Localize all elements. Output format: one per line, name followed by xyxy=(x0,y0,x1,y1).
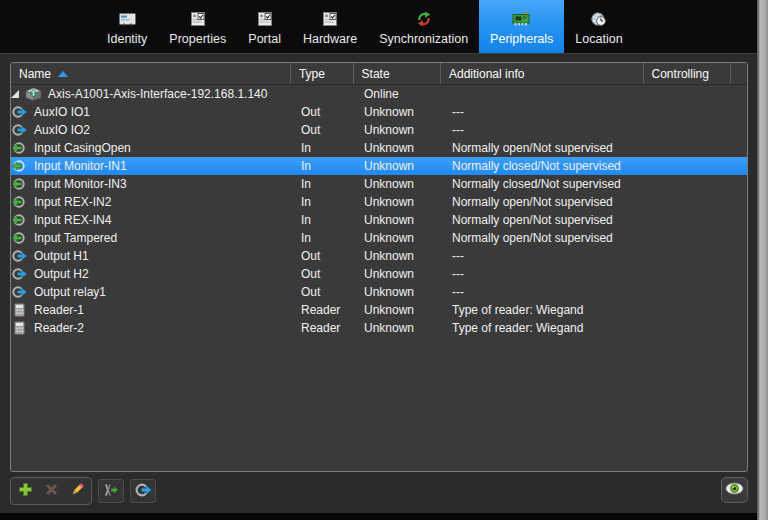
row-state: Unknown xyxy=(356,175,444,193)
synchronization-icon xyxy=(416,8,432,30)
table-row[interactable]: Input Tampered In Unknown Normally open/… xyxy=(11,229,747,247)
table-row[interactable]: Reader-2 Reader Unknown Type of reader: … xyxy=(11,319,747,337)
eye-icon xyxy=(725,482,744,498)
table-row[interactable]: Input REX-IN2 In Unknown Normally open/N… xyxy=(11,193,747,211)
row-info: Normally open/Not supervised xyxy=(444,139,648,157)
row-state: Unknown xyxy=(356,247,444,265)
row-name: Reader-1 xyxy=(34,301,84,319)
table-row-selected[interactable]: Input Monitor-IN1 In Unknown Normally cl… xyxy=(11,157,747,175)
tab-label: Synchronization xyxy=(379,32,468,46)
row-info: Type of reader: Wiegand xyxy=(444,301,648,319)
window-bottom-edge xyxy=(0,513,757,520)
view-button[interactable] xyxy=(721,477,748,503)
row-state: Unknown xyxy=(356,229,444,247)
row-info: --- xyxy=(444,103,648,121)
column-header-name[interactable]: Name xyxy=(11,63,291,84)
delete-x-icon xyxy=(44,482,59,500)
properties-icon xyxy=(191,8,205,30)
add-button[interactable] xyxy=(12,479,38,503)
column-label: Additional info xyxy=(449,67,524,81)
row-name: Output H1 xyxy=(34,247,89,265)
table-body: Axis-A1001-Axis-Interface-192.168.1.140 … xyxy=(11,85,747,337)
input-icon xyxy=(11,231,28,245)
associate-button[interactable] xyxy=(98,479,124,503)
row-name: Axis-A1001-Axis-Interface-192.168.1.140 xyxy=(48,85,267,103)
table-row[interactable]: Input REX-IN4 In Unknown Normally open/N… xyxy=(11,211,747,229)
table-row[interactable]: AuxIO IO2 Out Unknown --- xyxy=(11,121,747,139)
sort-ascending-icon xyxy=(58,71,68,77)
row-name: Input REX-IN4 xyxy=(34,211,111,229)
row-state: Unknown xyxy=(356,121,444,139)
table-row[interactable]: Output relay1 Out Unknown --- xyxy=(11,283,747,301)
tab-label: Portal xyxy=(248,32,281,46)
row-type: In xyxy=(293,175,356,193)
row-info: Normally open/Not supervised xyxy=(444,193,648,211)
row-info: Normally open/Not supervised xyxy=(444,211,648,229)
column-header-controlling[interactable]: Controlling xyxy=(644,63,731,84)
right-edge-bar xyxy=(757,0,768,520)
identity-icon xyxy=(119,8,136,30)
table-row[interactable]: Input CasingOpen In Unknown Normally ope… xyxy=(11,139,747,157)
table-row[interactable]: Reader-1 Reader Unknown Type of reader: … xyxy=(11,301,747,319)
location-icon xyxy=(591,8,607,30)
row-type: Out xyxy=(293,103,356,121)
row-state: Online xyxy=(356,85,444,103)
row-info: Normally open/Not supervised xyxy=(444,229,648,247)
output-icon xyxy=(11,285,28,299)
row-type: In xyxy=(293,157,356,175)
row-name: Output H2 xyxy=(34,265,89,283)
row-name: Input Tampered xyxy=(34,229,117,247)
input-icon xyxy=(11,141,28,155)
peripherals-icon xyxy=(512,8,531,30)
row-name: Input CasingOpen xyxy=(34,139,131,157)
edit-button-group xyxy=(10,477,92,505)
row-type: Out xyxy=(293,265,356,283)
row-state: Unknown xyxy=(356,301,444,319)
edit-button[interactable] xyxy=(64,479,90,503)
column-header-state[interactable]: State xyxy=(354,63,441,84)
input-icon xyxy=(11,195,28,209)
column-header-type[interactable]: Type xyxy=(291,63,354,84)
tab-label: Identity xyxy=(107,32,147,46)
tab-properties[interactable]: Properties xyxy=(158,0,237,53)
row-type: Reader xyxy=(293,301,356,319)
row-name: AuxIO IO2 xyxy=(34,121,90,139)
tab-bar: Identity Properties Portal Hardware Sync… xyxy=(0,0,757,54)
input-icon xyxy=(11,177,28,191)
tab-location[interactable]: Location xyxy=(564,0,633,53)
row-info: Normally closed/Not supervised xyxy=(444,157,648,175)
row-name: Input REX-IN2 xyxy=(34,193,111,211)
hardware-icon xyxy=(323,8,337,30)
row-name: Output relay1 xyxy=(34,283,106,301)
row-type: In xyxy=(293,139,356,157)
column-header-additional-info[interactable]: Additional info xyxy=(441,63,644,84)
tab-synchronization[interactable]: Synchronization xyxy=(368,0,479,53)
row-state: Unknown xyxy=(356,103,444,121)
tree-expander-icon[interactable] xyxy=(11,90,19,98)
table-row[interactable]: Input Monitor-IN3 In Unknown Normally cl… xyxy=(11,175,747,193)
row-type: Out xyxy=(293,283,356,301)
column-label: Type xyxy=(299,67,325,81)
delete-button[interactable] xyxy=(38,479,64,503)
table-row[interactable]: AuxIO IO1 Out Unknown --- xyxy=(11,103,747,121)
row-state: Unknown xyxy=(356,265,444,283)
table-row-device[interactable]: Axis-A1001-Axis-Interface-192.168.1.140 … xyxy=(11,85,747,103)
row-name: Reader-2 xyxy=(34,319,84,337)
row-state: Unknown xyxy=(356,139,444,157)
table-row[interactable]: Output H2 Out Unknown --- xyxy=(11,265,747,283)
table-row[interactable]: Output H1 Out Unknown --- xyxy=(11,247,747,265)
tab-label: Peripherals xyxy=(490,32,553,46)
plus-icon xyxy=(18,482,33,500)
tab-hardware[interactable]: Hardware xyxy=(292,0,368,53)
tab-peripherals[interactable]: Peripherals xyxy=(479,0,564,53)
portal-icon xyxy=(258,8,272,30)
row-type: In xyxy=(293,211,356,229)
io-state-button[interactable] xyxy=(130,479,156,503)
row-state: Unknown xyxy=(356,319,444,337)
tab-portal[interactable]: Portal xyxy=(237,0,292,53)
column-header-filler xyxy=(731,63,747,84)
reader-icon xyxy=(11,303,28,317)
row-info: --- xyxy=(444,247,648,265)
row-type: Out xyxy=(293,121,356,139)
tab-identity[interactable]: Identity xyxy=(96,0,158,53)
